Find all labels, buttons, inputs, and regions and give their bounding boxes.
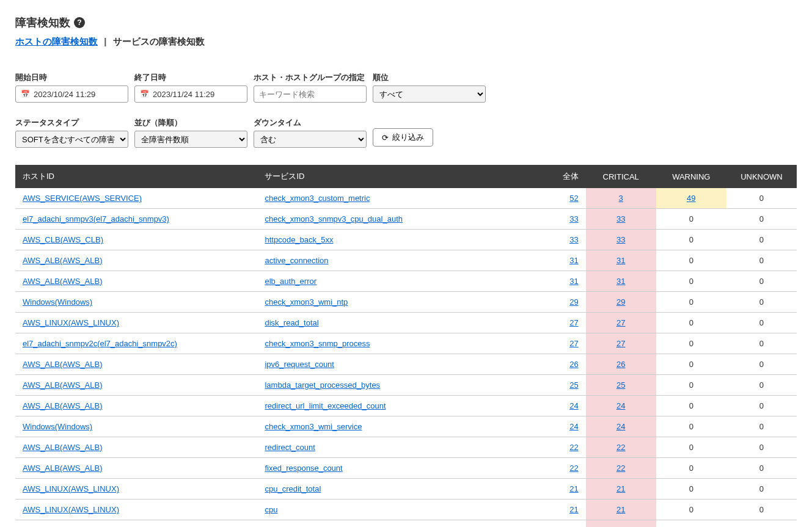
critical-link[interactable]: 24	[616, 401, 625, 410]
end-date-input[interactable]: 📅 2023/11/24 11:29	[134, 85, 247, 103]
host-link[interactable]: AWS_ALB(AWS_ALB)	[23, 256, 103, 265]
total-link[interactable]: 24	[569, 401, 578, 410]
host-search-input[interactable]	[254, 85, 367, 103]
unknown-value: 0	[726, 520, 797, 528]
critical-link[interactable]: 22	[616, 443, 625, 452]
service-link[interactable]: elb_auth_error	[265, 277, 316, 286]
critical-link[interactable]: 25	[616, 380, 625, 390]
status-type-select[interactable]: SOFTを含むすべての障害	[15, 131, 128, 148]
total-link[interactable]: 25	[569, 380, 578, 390]
service-link[interactable]: active_connection	[265, 256, 328, 265]
downtime-select[interactable]: 含む	[254, 131, 367, 148]
total-link[interactable]: 29	[569, 297, 578, 307]
host-link[interactable]: AWS_ALB(AWS_ALB)	[23, 380, 103, 390]
sort-select[interactable]: 全障害件数順	[134, 131, 247, 148]
total-link[interactable]: 21	[569, 505, 578, 514]
calendar-icon: 📅	[140, 90, 149, 98]
critical-link[interactable]: 31	[616, 256, 625, 265]
host-link[interactable]: AWS_ALB(AWS_ALB)	[23, 401, 103, 410]
service-link[interactable]: fixed_response_count	[265, 463, 342, 473]
critical-link[interactable]: 3	[619, 194, 623, 203]
warning-link[interactable]: 49	[687, 194, 695, 203]
host-link[interactable]: AWS_CLB(AWS_CLB)	[23, 235, 103, 244]
service-link[interactable]: check_xmon3_snmpv3_cpu_dual_auth	[265, 214, 403, 224]
th-host: ホストID	[15, 165, 257, 188]
total-link[interactable]: 52	[569, 194, 578, 203]
host-link[interactable]: AWS_LINUX(AWS_LINUX)	[23, 318, 119, 327]
host-link[interactable]: Windows(Windows)	[23, 297, 92, 307]
host-link[interactable]: AWS_ALB(AWS_ALB)	[23, 360, 103, 369]
field-host-search: ホスト・ホストグループの指定	[254, 72, 367, 103]
critical-link[interactable]: 22	[616, 463, 625, 473]
service-link[interactable]: check_xmon3_wmi_ntp	[265, 297, 348, 307]
unknown-value: 0	[726, 458, 797, 479]
critical-link[interactable]: 33	[616, 235, 625, 244]
service-link[interactable]: cpu_credit_total	[265, 484, 321, 493]
service-link[interactable]: check_xmon3_snmp_process	[265, 339, 370, 348]
service-link[interactable]: redirect_url_limit_exceeded_count	[265, 401, 386, 410]
critical-link[interactable]: 26	[616, 360, 625, 369]
total-link[interactable]: 27	[569, 339, 578, 348]
critical-link[interactable]: 33	[616, 214, 625, 224]
service-link[interactable]: ipv6_request_count	[265, 360, 334, 369]
host-link[interactable]: Windows(Windows)	[23, 422, 92, 431]
host-link[interactable]: el7_adachi_snmpv2c(el7_adachi_snmpv2c)	[23, 339, 177, 348]
field-sort: 並び（降順） 全障害件数順	[134, 117, 247, 148]
critical-link[interactable]: 31	[616, 277, 625, 286]
host-link[interactable]: AWS_SERVICE(AWS_SERVICE)	[23, 194, 142, 203]
warning-value: 0	[656, 250, 726, 271]
critical-link[interactable]: 27	[616, 339, 625, 348]
critical-link[interactable]: 29	[616, 297, 625, 307]
total-link[interactable]: 31	[569, 277, 578, 286]
table-row: Windows(Windows)check_xmon3_wmi_ntp29290…	[15, 292, 797, 313]
total-link[interactable]: 21	[569, 484, 578, 493]
total-link[interactable]: 24	[569, 422, 578, 431]
host-link[interactable]: AWS_ALB(AWS_ALB)	[23, 443, 103, 452]
start-date-input[interactable]: 📅 2023/10/24 11:29	[15, 85, 128, 103]
table-row: AWS_SERVICE(AWS_SERVICE)check_xmon3_cust…	[15, 188, 797, 209]
unknown-value: 0	[726, 271, 797, 292]
critical-link[interactable]: 24	[616, 422, 625, 431]
total-link[interactable]: 33	[569, 235, 578, 244]
critical-link[interactable]: 27	[616, 318, 625, 327]
total-link[interactable]: 26	[569, 360, 578, 369]
unknown-value: 0	[726, 209, 797, 230]
service-link[interactable]: check_xmon3_wmi_service	[265, 422, 362, 431]
total-link[interactable]: 22	[569, 463, 578, 473]
host-link[interactable]: el7_adachi_snmpv3(el7_adachi_snmpv3)	[23, 214, 169, 224]
unknown-value: 0	[726, 313, 797, 333]
warning-value: 0	[656, 458, 726, 479]
total-link[interactable]: 22	[569, 443, 578, 452]
page-title: 障害検知数 ?	[15, 15, 797, 30]
warning-value: 0	[656, 437, 726, 458]
tab-host-failures[interactable]: ホストの障害検知数	[15, 36, 98, 46]
service-link[interactable]: cpu	[265, 505, 277, 514]
service-link[interactable]: check_xmon3_custom_metric	[265, 194, 370, 203]
warning-value: 0	[656, 271, 726, 292]
table-row: el7_adachi_snmpv2c(el7_adachi_snmpv2c)ch…	[15, 333, 797, 354]
table-row: AWS_ALB(AWS_ALB)ipv6_request_count262600	[15, 354, 797, 375]
host-link[interactable]: AWS_ALB(AWS_ALB)	[23, 277, 103, 286]
help-icon[interactable]: ?	[74, 17, 85, 28]
service-link[interactable]: lambda_target_processed_bytes	[265, 380, 380, 390]
unknown-value: 0	[726, 333, 797, 354]
service-link[interactable]: redirect_count	[265, 443, 315, 452]
total-link[interactable]: 27	[569, 318, 578, 327]
table-row: AWS_LINUX(AWS_LINUX)cpu212100	[15, 500, 797, 520]
rank-select[interactable]: すべて	[373, 85, 486, 103]
host-link[interactable]: AWS_LINUX(AWS_LINUX)	[23, 484, 119, 493]
warning-value: 0	[656, 520, 726, 528]
table-row: AWS_ALB(AWS_ALB)fixed_response_count2222…	[15, 458, 797, 479]
host-link[interactable]: AWS_LINUX(AWS_LINUX)	[23, 505, 119, 514]
table-row: AWS_ALB(AWS_ALB)elb_auth_error313100	[15, 271, 797, 292]
service-link[interactable]: httpcode_back_5xx	[265, 235, 333, 244]
host-link[interactable]: AWS_ALB(AWS_ALB)	[23, 463, 103, 473]
total-link[interactable]: 31	[569, 256, 578, 265]
warning-value: 0	[656, 416, 726, 437]
critical-link[interactable]: 21	[616, 484, 625, 493]
critical-link[interactable]: 21	[616, 505, 625, 514]
results-table: ホストID サービスID 全体 CRITICAL WARNING UNKNOWN…	[15, 165, 797, 527]
filter-button[interactable]: ⟳ 絞り込み	[373, 128, 433, 147]
total-link[interactable]: 33	[569, 214, 578, 224]
service-link[interactable]: disk_read_total	[265, 318, 318, 327]
